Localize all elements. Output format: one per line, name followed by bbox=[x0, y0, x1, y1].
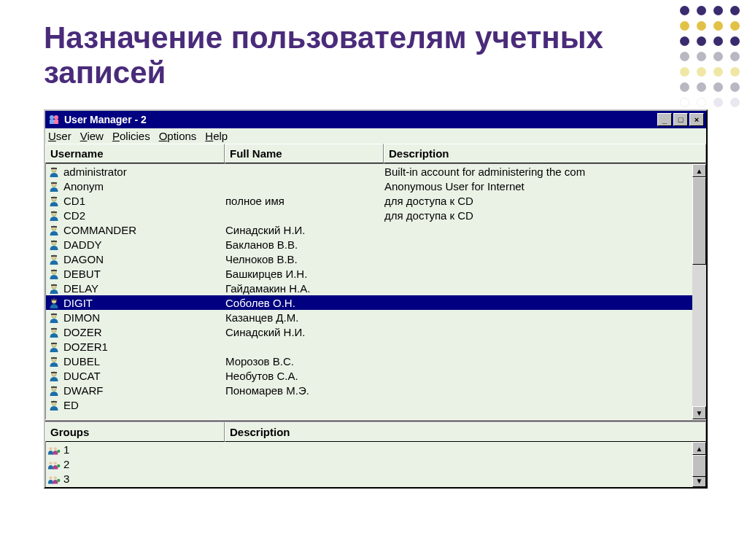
user-row[interactable]: DOZERСинадский Н.И. bbox=[46, 324, 692, 339]
group-row[interactable]: 3 bbox=[46, 471, 692, 486]
user-row[interactable]: DUCATНеобутов С.А. bbox=[46, 368, 692, 383]
svg-rect-27 bbox=[51, 328, 57, 330]
titlebar[interactable]: User Manager - 2 _ □ × bbox=[45, 111, 706, 128]
cell-username: DUCAT bbox=[62, 370, 225, 382]
cell-username: ED bbox=[62, 399, 225, 411]
svg-point-41 bbox=[49, 462, 52, 464]
cell-username: CD2 bbox=[62, 209, 225, 222]
svg-point-42 bbox=[54, 462, 57, 464]
svg-point-40 bbox=[57, 449, 60, 452]
menu-view[interactable]: View bbox=[80, 130, 104, 142]
user-row[interactable]: DADDYБакланов В.В. bbox=[46, 237, 692, 252]
cell-username: administrator bbox=[62, 166, 225, 178]
user-row[interactable]: DIGITСоболев О.Н. bbox=[46, 295, 692, 310]
svg-rect-7 bbox=[51, 182, 57, 184]
svg-point-46 bbox=[57, 478, 60, 481]
scroll-up-icon[interactable]: ▲ bbox=[692, 164, 706, 177]
user-manager-window: User Manager - 2 _ □ × User View Policie… bbox=[44, 109, 708, 489]
menu-user[interactable]: User bbox=[48, 130, 71, 142]
cell-username: DOZER1 bbox=[62, 341, 225, 353]
cell-fullname: Казанцев Д.М. bbox=[225, 311, 384, 324]
cell-username: CD1 bbox=[62, 195, 225, 207]
cell-fullname: Челноков В.В. bbox=[225, 253, 384, 265]
scroll-thumb[interactable] bbox=[692, 455, 706, 477]
user-row[interactable]: AnonymAnonymous User for Internet bbox=[46, 179, 692, 193]
svg-rect-5 bbox=[51, 168, 57, 169]
user-icon bbox=[46, 223, 62, 236]
svg-rect-29 bbox=[51, 343, 57, 344]
cell-description: для доступа к CD bbox=[384, 209, 692, 222]
minimize-button[interactable]: _ bbox=[657, 113, 672, 126]
cell-fullname: полное имя bbox=[225, 195, 384, 207]
user-column-headers: Username Full Name Description bbox=[45, 144, 706, 164]
group-icon bbox=[46, 443, 62, 455]
user-icon bbox=[46, 369, 62, 382]
user-icon bbox=[46, 354, 62, 368]
cell-fullname: Синадский Н.И. bbox=[225, 326, 384, 338]
menu-policies[interactable]: Policies bbox=[112, 130, 150, 142]
svg-point-1 bbox=[54, 115, 58, 120]
svg-rect-31 bbox=[51, 357, 57, 359]
user-icon bbox=[46, 267, 62, 280]
svg-point-39 bbox=[54, 447, 57, 450]
col-groups[interactable]: Groups bbox=[45, 422, 225, 442]
svg-rect-37 bbox=[51, 401, 57, 402]
cell-username: DAGON bbox=[62, 253, 225, 265]
scroll-up-icon[interactable]: ▲ bbox=[692, 442, 706, 455]
col-fullname[interactable]: Full Name bbox=[225, 144, 384, 163]
user-row[interactable]: administratorBuilt-in account for admini… bbox=[46, 164, 692, 179]
user-row[interactable]: DELAYГайдамакин Н.А. bbox=[46, 281, 692, 295]
menubar: User View Policies Options Help bbox=[45, 128, 706, 144]
user-icon bbox=[46, 384, 62, 397]
cell-group-name: 2 bbox=[62, 458, 69, 470]
user-row[interactable]: COMMANDERСинадский Н.И. bbox=[46, 222, 692, 237]
svg-point-44 bbox=[49, 476, 52, 479]
cell-description: для доступа к CD bbox=[384, 195, 692, 207]
user-row[interactable]: DOZER1 bbox=[46, 339, 692, 354]
user-row[interactable]: ED bbox=[46, 397, 692, 412]
menu-options[interactable]: Options bbox=[159, 130, 197, 142]
col-description[interactable]: Description bbox=[384, 144, 706, 163]
group-icon bbox=[46, 472, 62, 484]
app-icon bbox=[47, 113, 61, 126]
cell-fullname: Необутов С.А. bbox=[225, 370, 384, 382]
close-button[interactable]: × bbox=[689, 113, 704, 126]
svg-rect-33 bbox=[51, 372, 57, 373]
group-column-headers: Groups Description bbox=[45, 422, 706, 442]
slide-title: Назначение пользователям учетных записей bbox=[0, 0, 747, 104]
svg-rect-25 bbox=[51, 314, 57, 315]
scroll-down-icon[interactable]: ▼ bbox=[692, 406, 706, 419]
user-row[interactable]: DEBUTБашкирцев И.Н. bbox=[46, 266, 692, 281]
cell-username: DOZER bbox=[62, 326, 225, 338]
svg-rect-23 bbox=[51, 299, 57, 300]
cell-fullname: Синадский Н.И. bbox=[225, 224, 384, 236]
svg-rect-19 bbox=[51, 270, 57, 271]
user-row[interactable]: DAGONЧелноков В.В. bbox=[46, 252, 692, 266]
cell-description: Built-in account for administering the c… bbox=[384, 166, 692, 178]
maximize-button[interactable]: □ bbox=[673, 113, 688, 126]
user-icon bbox=[46, 325, 62, 338]
svg-rect-21 bbox=[51, 284, 57, 286]
user-row[interactable]: DWARFПономарев М.Э. bbox=[46, 383, 692, 397]
user-icon bbox=[46, 238, 62, 251]
cell-group-name: 3 bbox=[62, 472, 69, 485]
user-scrollbar[interactable]: ▲ ▼ bbox=[692, 164, 706, 419]
svg-point-0 bbox=[50, 115, 54, 120]
user-row[interactable]: CD2для доступа к CD bbox=[46, 208, 692, 222]
svg-point-43 bbox=[57, 464, 60, 467]
user-list[interactable]: administratorBuilt-in account for admini… bbox=[45, 164, 706, 419]
cell-fullname: Гайдамакин Н.А. bbox=[225, 282, 384, 295]
svg-rect-2 bbox=[50, 120, 54, 124]
menu-help[interactable]: Help bbox=[205, 130, 228, 142]
user-row[interactable]: DIMONКазанцев Д.М. bbox=[46, 310, 692, 324]
group-scrollbar[interactable]: ▲ ▼ bbox=[692, 442, 706, 487]
group-row[interactable]: 2 bbox=[46, 456, 692, 471]
user-row[interactable]: CD1полное имядля доступа к CD bbox=[46, 193, 692, 208]
group-row[interactable]: 1 bbox=[46, 442, 692, 456]
scroll-thumb[interactable] bbox=[692, 177, 706, 265]
col-username[interactable]: Username bbox=[45, 144, 225, 163]
user-row[interactable]: DUBELМорозов В.С. bbox=[46, 354, 692, 368]
col-group-description[interactable]: Description bbox=[225, 422, 706, 442]
group-list[interactable]: 123 ▲ ▼ bbox=[45, 442, 706, 487]
cell-username: Anonym bbox=[62, 180, 225, 192]
